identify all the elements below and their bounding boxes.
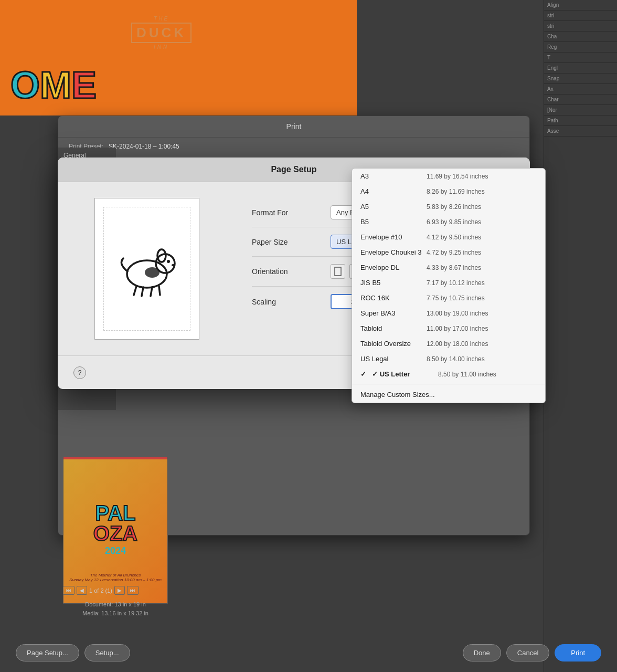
- paper-size-roc16k[interactable]: ROC 16K 7.75 by 10.75 inches: [352, 290, 545, 306]
- paper-size-env10[interactable]: Envelope #10 4.12 by 9.50 inches: [352, 229, 545, 245]
- paper-size-a3[interactable]: A3 11.69 by 16.54 inches: [352, 169, 545, 184]
- doc-info-document: Document: 13 in x 19 in: [60, 600, 171, 609]
- rp-path: Path: [544, 116, 617, 126]
- print-button[interactable]: Print: [555, 644, 601, 662]
- nav-first[interactable]: ⏮: [63, 586, 75, 595]
- orientation-modal-label: Orientation: [252, 267, 320, 276]
- doc-preview-top: THE DUCK INN OME: [0, 0, 357, 116]
- paper-size-tabloid[interactable]: Tabloid 11.00 by 17.00 inches: [352, 321, 545, 336]
- format-for-label: Format For: [252, 208, 320, 217]
- paper-size-superba3[interactable]: Super B/A3 13.00 by 19.00 inches: [352, 306, 545, 321]
- thumbnail-strip: PAL OZA 2024 The Mother of All BrunchesS…: [58, 457, 173, 604]
- thumb-tagline: The Mother of All BrunchesSunday May 12 …: [64, 573, 167, 582]
- paper-size-a4[interactable]: A4 8.26 by 11.69 inches: [352, 184, 545, 199]
- scaling-modal-label: Scaling: [252, 298, 320, 306]
- doc-info-media: Media: 13.16 in x 19.32 in: [60, 609, 171, 618]
- thumb-2024: 2024: [105, 545, 126, 556]
- colorful-text-block: OME: [10, 68, 97, 102]
- rp-stri1: stri: [544, 10, 617, 21]
- paper-size-choukei[interactable]: Envelope Choukei 3 4.72 by 9.25 inches: [352, 245, 545, 260]
- paper-size-jisb5[interactable]: JIS B5 7.17 by 10.12 inches: [352, 275, 545, 290]
- thumb-red-band: [63, 457, 167, 459]
- duck-inn-logo: THE DUCK INN: [131, 16, 192, 50]
- duck-inn-the: THE: [131, 16, 192, 22]
- letter-m: M: [40, 64, 71, 106]
- rp-t: T: [544, 52, 617, 63]
- paper-size-divider: [352, 384, 545, 384]
- nav-next[interactable]: ▶: [114, 586, 125, 595]
- letter-o: O: [10, 64, 40, 106]
- rp-char: Char: [544, 94, 617, 105]
- rp-cha: Cha: [544, 32, 617, 42]
- duck-inn-duck: DUCK: [131, 23, 192, 43]
- nav-last[interactable]: ⏭: [127, 586, 139, 595]
- paper-size-tabloid-oversize[interactable]: Tabloid Oversize 12.00 by 18.00 inches: [352, 336, 545, 351]
- paper-size-usletter[interactable]: ✓ US Letter 8.50 by 11.00 inches: [352, 366, 545, 382]
- manage-custom-sizes[interactable]: Manage Custom Sizes...: [352, 386, 545, 403]
- paper-size-envdl[interactable]: Envelope DL 4.33 by 8.67 inches: [352, 260, 545, 275]
- page-setup-button[interactable]: Page Setup...: [16, 644, 79, 662]
- portrait-icon[interactable]: [331, 264, 345, 279]
- rp-ax: Ax: [544, 84, 617, 94]
- modal-preview: [58, 182, 236, 355]
- rp-snap: Snap: [544, 74, 617, 84]
- cancel-bottom-button[interactable]: Cancel: [506, 644, 549, 662]
- doc-info: Document: 13 in x 19 in Media: 13.16 in …: [58, 598, 173, 620]
- paper-size-dropdown-menu: A3 11.69 by 16.54 inches A4 8.26 by 11.6…: [352, 168, 546, 403]
- thumb-palo: PAL: [95, 504, 135, 522]
- setup-button[interactable]: Setup...: [84, 644, 130, 662]
- print-dialog-title: Print: [58, 116, 529, 138]
- paper-inner-border: [103, 207, 190, 331]
- right-panel: Align stri stri Cha Reg T Engl Snap Ax C…: [544, 0, 617, 672]
- done-button[interactable]: Done: [463, 644, 501, 662]
- nav-prev[interactable]: ◀: [77, 586, 87, 595]
- rp-align: Align: [544, 0, 617, 10]
- paper-size-uslegal[interactable]: US Legal 8.50 by 14.00 inches: [352, 351, 545, 366]
- paper-size-b5[interactable]: B5 6.93 by 9.85 inches: [352, 214, 545, 229]
- help-button[interactable]: ?: [73, 366, 86, 379]
- letter-e: E: [71, 64, 97, 106]
- rp-engl: Engl: [544, 63, 617, 74]
- rp-nor: [Nor: [544, 105, 617, 116]
- nav-controls: ⏮ ◀ 1 of 2 (1) ▶ ⏭ Document: 13 in x 19 …: [58, 583, 173, 620]
- svg-rect-10: [335, 267, 341, 276]
- rp-asse: Asse: [544, 126, 617, 136]
- thumb-oza: OZA: [93, 522, 137, 545]
- nav-page-info: 1 of 2 (1): [89, 587, 112, 594]
- bottom-buttons: Page Setup... Setup... Done Cancel Print: [16, 644, 601, 662]
- rp-reg: Reg: [544, 42, 617, 52]
- paper-size-label: Paper Size: [252, 238, 320, 246]
- paper-preview: [94, 198, 199, 340]
- rp-stri2: stri: [544, 21, 617, 32]
- thumb-image: PAL OZA 2024 The Mother of All BrunchesS…: [63, 457, 168, 604]
- paper-size-a5[interactable]: A5 5.83 by 8.26 inches: [352, 199, 545, 214]
- duck-inn-inn: INN: [131, 44, 192, 50]
